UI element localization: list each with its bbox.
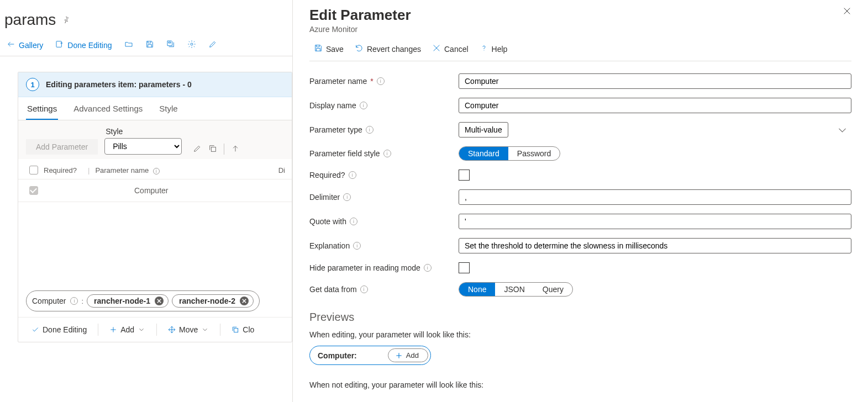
info-icon: i [366, 126, 373, 134]
edit-icon-button[interactable] [204, 38, 222, 52]
step-badge: 1 [26, 78, 39, 91]
required-label: Required? i [309, 171, 453, 179]
tab-settings[interactable]: Settings [26, 97, 58, 120]
open-icon [124, 40, 133, 50]
tab-style[interactable]: Style [158, 97, 178, 120]
fieldstyle-toggle[interactable]: Standard Password [459, 146, 560, 161]
help-button[interactable]: Help [475, 41, 512, 56]
select-all-checkbox[interactable] [29, 166, 38, 174]
save-icon-button[interactable] [141, 38, 159, 52]
info-icon: i [70, 297, 78, 305]
getdata-label: Get data from i [309, 285, 453, 294]
info-icon: i [153, 168, 160, 174]
add-bottom-button[interactable]: Add [104, 323, 151, 336]
explanation-label: Explanation i [309, 241, 453, 250]
tab-advanced-settings[interactable]: Advanced Settings [72, 97, 144, 120]
parameters-editor-card: 1 Editing parameters item: parameters - … [18, 72, 292, 342]
svg-rect-0 [56, 41, 61, 47]
move-up-icon[interactable] [231, 144, 240, 155]
getdata-none[interactable]: None [459, 283, 495, 296]
col-di-header: Di [276, 166, 288, 174]
info-icon: i [360, 102, 367, 109]
done-editing-bottom-button[interactable]: Done Editing [26, 323, 92, 336]
info-icon: i [424, 264, 432, 272]
clone-bottom-button[interactable]: Clo [226, 323, 260, 336]
remove-pill-icon[interactable] [240, 297, 249, 305]
getdata-json[interactable]: JSON [495, 283, 533, 296]
page-title: params [4, 11, 56, 29]
computer-pills-input[interactable]: Computer i : rancher-node-1 rancher-node… [26, 290, 260, 311]
main-toolbar: Gallery Done Editing [0, 34, 292, 56]
getdata-toggle[interactable]: None JSON Query [459, 282, 573, 297]
preview-pill-label: Computer: [318, 351, 357, 360]
gear-icon [187, 40, 196, 50]
divider [224, 144, 224, 155]
done-editing-button[interactable]: Done Editing [51, 38, 116, 52]
revert-button[interactable]: Revert changes [350, 41, 425, 56]
fieldstyle-standard[interactable]: Standard [459, 147, 508, 160]
done-editing-label: Done Editing [67, 41, 112, 50]
edit-row-icon[interactable] [193, 144, 202, 155]
row-checkbox[interactable] [29, 186, 38, 195]
quote-input[interactable] [459, 214, 851, 229]
info-icon: i [353, 242, 361, 250]
delimiter-label: Delimiter i [309, 193, 453, 202]
pill-value[interactable]: rancher-node-2 [172, 294, 254, 308]
close-icon[interactable] [843, 7, 851, 17]
col-paramname-header: Parameter name i [95, 166, 271, 174]
saveas-icon-button[interactable] [162, 38, 180, 52]
paramname-label: Parameter name* i [309, 77, 453, 86]
preview-editing-hint: When editing, your parameter will look l… [309, 328, 851, 346]
paramname-input[interactable] [459, 73, 851, 89]
table-row[interactable]: Computer [18, 179, 292, 202]
svg-rect-2 [212, 147, 216, 151]
style-label: Style [104, 127, 182, 136]
open-icon-button[interactable] [120, 38, 138, 52]
gallery-label: Gallery [19, 41, 43, 50]
svg-rect-3 [234, 329, 238, 332]
delimiter-input[interactable] [459, 189, 851, 205]
info-icon: i [349, 171, 356, 179]
panel-subtitle: Azure Monitor [309, 25, 411, 34]
displayname-input[interactable] [459, 98, 851, 113]
save-multi-icon [166, 40, 175, 50]
card-title: Editing parameters item: parameters - 0 [46, 80, 192, 89]
info-icon: i [343, 193, 351, 201]
pill-value[interactable]: rancher-node-1 [87, 294, 169, 308]
info-icon: i [383, 150, 391, 157]
previews-heading: Previews [309, 301, 851, 328]
hide-checkbox[interactable] [459, 262, 470, 273]
info-icon: i [350, 218, 357, 225]
quote-label: Quote with i [309, 217, 453, 226]
settings-icon-button[interactable] [183, 38, 201, 52]
save-button[interactable]: Save [309, 41, 348, 56]
hide-label: Hide parameter in reading mode i [309, 263, 453, 272]
paramtype-select[interactable]: Multi-value [459, 122, 508, 137]
pills-label: Computer [32, 297, 67, 305]
style-select[interactable]: Pills [104, 138, 182, 155]
move-bottom-button[interactable]: Move [162, 323, 214, 336]
preview-nonediting-hint: When not editing, your parameter will lo… [309, 365, 851, 396]
save-icon [145, 40, 154, 50]
explanation-input[interactable] [459, 238, 851, 253]
done-editing-icon [55, 40, 64, 50]
preview-editing-pill[interactable]: Computer: Add [309, 346, 431, 365]
fieldstyle-label: Parameter field style i [309, 149, 453, 158]
col-required-header: Required? [44, 166, 82, 174]
info-icon: i [360, 285, 368, 293]
panel-title: Edit Parameter [309, 7, 411, 24]
gallery-button[interactable]: Gallery [2, 38, 48, 52]
preview-add-button[interactable]: Add [388, 348, 428, 362]
pencil-icon [208, 40, 217, 50]
getdata-query[interactable]: Query [534, 283, 572, 296]
cancel-button[interactable]: Cancel [428, 41, 473, 56]
add-parameter-button[interactable]: Add Parameter [26, 139, 98, 155]
fieldstyle-password[interactable]: Password [508, 147, 560, 160]
copy-row-icon[interactable] [208, 144, 217, 155]
remove-pill-icon[interactable] [155, 297, 164, 305]
pin-icon[interactable] [62, 15, 70, 25]
arrow-left-icon [7, 40, 15, 50]
info-icon: i [377, 77, 385, 85]
row-paramname: Computer [88, 186, 168, 195]
required-checkbox[interactable] [459, 170, 470, 181]
